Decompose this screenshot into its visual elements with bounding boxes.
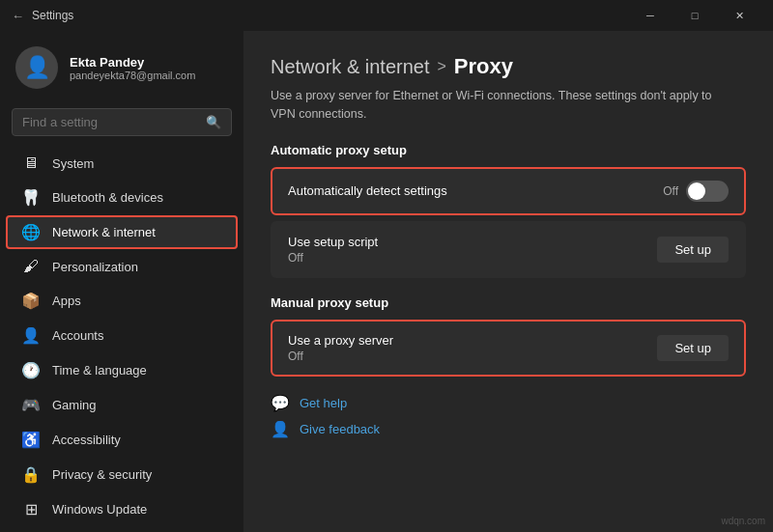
sidebar-item-accessibility[interactable]: ♿ Accessibility bbox=[6, 423, 238, 457]
sidebar-item-bluetooth[interactable]: 🦷 Bluetooth & devices bbox=[6, 181, 238, 214]
setup-button-proxy-server[interactable]: Set up bbox=[657, 335, 729, 361]
search-icon: 🔍 bbox=[206, 115, 221, 129]
accounts-nav-icon: 👤 bbox=[21, 326, 41, 345]
sidebar-item-label-privacy: Privacy & security bbox=[52, 467, 152, 482]
sidebar-item-privacy[interactable]: 🔒 Privacy & security bbox=[6, 458, 238, 491]
apps-nav-icon: 📦 bbox=[21, 292, 41, 310]
setting-label-proxy-server: Use a proxy server bbox=[288, 333, 657, 348]
breadcrumb-current: Proxy bbox=[454, 54, 513, 79]
sidebar-item-apps[interactable]: 📦 Apps bbox=[6, 284, 238, 318]
help-links: 💬Get help👤Give feedback bbox=[271, 394, 746, 438]
help-link-row-give-feedback: 👤Give feedback bbox=[271, 420, 746, 438]
window-controls: ─ □ ✕ bbox=[628, 0, 761, 31]
content-area: Network & internet > Proxy Use a proxy s… bbox=[243, 31, 773, 532]
user-email: pandeyekta78@gmail.com bbox=[70, 70, 195, 81]
setting-label-group-proxy-server: Use a proxy serverOff bbox=[288, 333, 657, 363]
sidebar-item-network[interactable]: 🌐 Network & internet bbox=[6, 215, 238, 249]
setting-label-auto-detect: Automatically detect settings bbox=[288, 183, 663, 198]
setting-row-setup-script[interactable]: Use setup scriptOffSet up bbox=[271, 221, 746, 278]
sidebar-item-label-network: Network & internet bbox=[52, 225, 156, 239]
titlebar: ← Settings ─ □ ✕ bbox=[0, 0, 773, 31]
sidebar-item-accounts[interactable]: 👤 Accounts bbox=[6, 319, 238, 352]
page-description: Use a proxy server for Ethernet or Wi-Fi… bbox=[271, 87, 734, 124]
sidebar-item-label-windows: Windows Update bbox=[52, 502, 147, 517]
sidebar-item-label-personalization: Personalization bbox=[52, 260, 138, 274]
toggle-wrapper: Off bbox=[663, 181, 729, 202]
sidebar-item-system[interactable]: 🖥 System bbox=[6, 147, 238, 180]
sidebar-item-label-apps: Apps bbox=[52, 294, 81, 308]
user-info: Ekta Pandey pandeyekta78@gmail.com bbox=[70, 55, 195, 81]
search-box[interactable]: 🔍 bbox=[12, 108, 232, 136]
sidebar-item-label-time: Time & language bbox=[52, 363, 147, 378]
setting-label-group-auto-detect: Automatically detect settings bbox=[288, 183, 663, 198]
bluetooth-nav-icon: 🦷 bbox=[21, 188, 41, 207]
privacy-nav-icon: 🔒 bbox=[21, 465, 41, 484]
sidebar-item-gaming[interactable]: 🎮 Gaming bbox=[6, 388, 238, 422]
nav-list: 🖥 System 🦷 Bluetooth & devices 🌐 Network… bbox=[0, 144, 243, 532]
sidebar-item-label-accounts: Accounts bbox=[52, 328, 103, 343]
section-title-manual: Manual proxy setup bbox=[271, 295, 746, 310]
windows-nav-icon: ⊞ bbox=[21, 500, 41, 518]
setting-sub-proxy-server: Off bbox=[288, 350, 657, 363]
user-profile[interactable]: 👤 Ekta Pandey pandeyekta78@gmail.com bbox=[0, 35, 243, 104]
sidebar-item-label-bluetooth: Bluetooth & devices bbox=[52, 190, 163, 205]
time-nav-icon: 🕐 bbox=[21, 361, 41, 379]
network-nav-icon: 🌐 bbox=[21, 223, 41, 241]
setting-row-proxy-server[interactable]: Use a proxy serverOffSet up bbox=[271, 320, 746, 377]
main-layout: 👤 Ekta Pandey pandeyekta78@gmail.com 🔍 🖥… bbox=[0, 31, 773, 532]
section-manual: Manual proxy setupUse a proxy serverOffS… bbox=[271, 295, 746, 377]
maximize-button[interactable]: □ bbox=[673, 0, 717, 31]
toggle-auto-detect[interactable] bbox=[686, 181, 729, 202]
toggle-label-auto-detect: Off bbox=[663, 184, 678, 198]
give-feedback-link[interactable]: Give feedback bbox=[300, 422, 380, 436]
setting-card-proxy-server: Use a proxy serverOffSet up bbox=[271, 320, 746, 377]
sidebar: 👤 Ekta Pandey pandeyekta78@gmail.com 🔍 🖥… bbox=[0, 31, 243, 532]
sidebar-item-label-system: System bbox=[52, 156, 94, 171]
setting-label-setup-script: Use setup script bbox=[288, 235, 657, 249]
search-input[interactable] bbox=[22, 115, 198, 129]
minimize-button[interactable]: ─ bbox=[628, 0, 673, 31]
setting-control-auto-detect: Off bbox=[663, 181, 729, 202]
setting-row-auto-detect[interactable]: Automatically detect settingsOff bbox=[271, 167, 746, 215]
sections-container: Automatic proxy setupAutomatically detec… bbox=[271, 143, 746, 377]
user-name: Ekta Pandey bbox=[70, 55, 195, 70]
give-feedback-icon: 👤 bbox=[271, 420, 290, 438]
section-title-automatic: Automatic proxy setup bbox=[271, 143, 746, 157]
setting-card-setup-script: Use setup scriptOffSet up bbox=[271, 221, 746, 278]
setup-button-setup-script[interactable]: Set up bbox=[657, 237, 729, 263]
sidebar-item-personalization[interactable]: 🖌 Personalization bbox=[6, 250, 238, 283]
section-automatic: Automatic proxy setupAutomatically detec… bbox=[271, 143, 746, 278]
sidebar-item-windows[interactable]: ⊞ Windows Update bbox=[6, 492, 238, 526]
close-button[interactable]: ✕ bbox=[717, 0, 761, 31]
accessibility-nav-icon: ♿ bbox=[21, 431, 41, 449]
setting-label-group-setup-script: Use setup scriptOff bbox=[288, 235, 657, 265]
back-icon[interactable]: ← bbox=[12, 9, 24, 23]
get-help-link[interactable]: Get help bbox=[300, 396, 347, 410]
avatar: 👤 bbox=[15, 46, 58, 89]
titlebar-title: Settings bbox=[32, 9, 73, 22]
sidebar-item-label-gaming: Gaming bbox=[52, 398, 97, 412]
gaming-nav-icon: 🎮 bbox=[21, 396, 41, 414]
personalization-nav-icon: 🖌 bbox=[21, 258, 41, 275]
breadcrumb: Network & internet > Proxy bbox=[271, 54, 746, 79]
sidebar-item-label-accessibility: Accessibility bbox=[52, 433, 121, 447]
setting-card-auto-detect: Automatically detect settingsOff bbox=[271, 167, 746, 215]
setting-sub-setup-script: Off bbox=[288, 251, 657, 265]
sidebar-item-time[interactable]: 🕐 Time & language bbox=[6, 353, 238, 387]
help-link-row-get-help: 💬Get help bbox=[271, 394, 746, 412]
get-help-icon: 💬 bbox=[271, 394, 290, 412]
breadcrumb-separator: > bbox=[438, 58, 446, 75]
breadcrumb-parent: Network & internet bbox=[271, 56, 430, 78]
system-nav-icon: 🖥 bbox=[21, 154, 41, 172]
setting-control-proxy-server: Set up bbox=[657, 335, 729, 361]
watermark: wdqn.com bbox=[721, 516, 765, 526]
setting-control-setup-script: Set up bbox=[657, 237, 729, 263]
